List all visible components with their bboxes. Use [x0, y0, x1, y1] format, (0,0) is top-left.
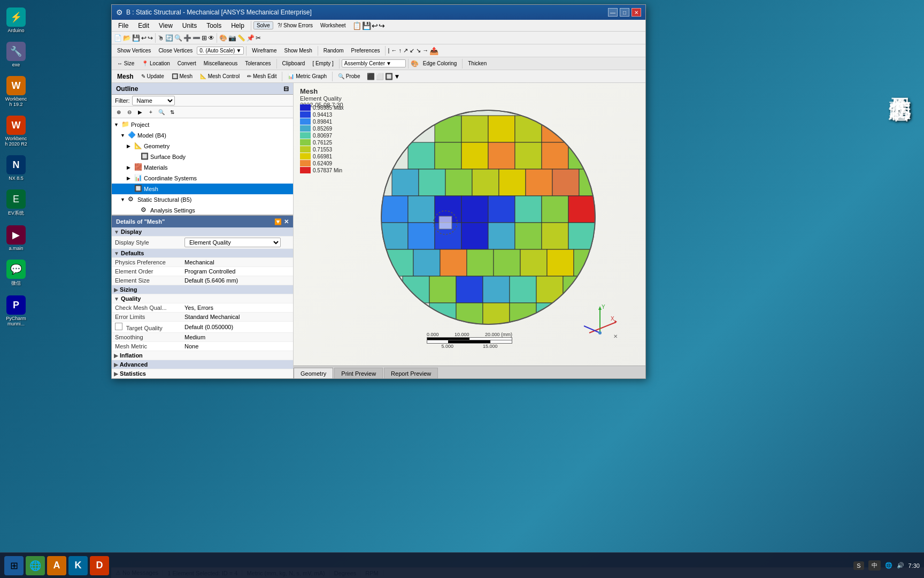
filter-dropdown[interactable]: Name — [132, 96, 175, 105]
toolbar-save-icon[interactable]: 💾 — [132, 34, 140, 42]
export-icon[interactable]: 📤 — [429, 47, 438, 55]
mesh-menu-button[interactable]: 🔲 Mesh — [168, 72, 196, 80]
edge-coloring-button[interactable]: Edge Coloring — [420, 59, 460, 67]
defaults-section-header[interactable]: ▼ Defaults — [112, 249, 293, 258]
desktop-icon-ev[interactable]: E EV系统 — [4, 187, 28, 219]
toolbar-redo-icon[interactable]: ↪ — [148, 34, 153, 42]
assembly-center-dropdown[interactable]: Assembly Center ▼ — [342, 59, 406, 67]
desktop-icon-wb2[interactable]: W Workbench 2020 R2 — [3, 113, 29, 149]
tree-item-static-struct[interactable]: ▼ ⚙ Static Structural (B5) — [112, 194, 293, 205]
display-section-header[interactable]: ▼ Display — [112, 227, 293, 237]
preferences-button[interactable]: Preferences — [348, 47, 383, 55]
toolbar-select-icon[interactable]: 🖱 — [158, 34, 164, 42]
network-icon[interactable]: 🌐 — [885, 562, 892, 569]
chinese-input-icon[interactable]: 中 — [868, 560, 881, 571]
update-button[interactable]: ✎ Update — [138, 72, 167, 80]
toolbar-zoomout-icon[interactable]: ➖ — [192, 34, 201, 42]
desktop-icon-nx[interactable]: N NX 8.5 — [4, 153, 28, 183]
menu-tools[interactable]: Tools — [202, 21, 226, 31]
start-button[interactable]: ⊞ — [4, 556, 24, 575]
toolbar-icon-2[interactable]: 💾 — [362, 21, 371, 30]
tree-item-materials[interactable]: ▶ 🧱 Materials — [112, 162, 293, 173]
tree-sort-btn[interactable]: ⇅ — [167, 108, 177, 117]
taskbar-dm-icon[interactable]: D — [90, 556, 109, 575]
clipboard-button[interactable]: Clipboard — [279, 59, 309, 67]
mesh-control-button[interactable]: 📐 Mesh Control — [197, 72, 243, 80]
mesh-icon-4[interactable]: ▼ — [394, 73, 401, 80]
wireframe-button[interactable]: Wireframe — [249, 47, 280, 55]
toolbar-zoomin-icon[interactable]: ➕ — [183, 34, 191, 42]
toolbar-rotate-icon[interactable]: 🔄 — [165, 34, 173, 42]
sizing-section-header[interactable]: ▶ Sizing — [112, 285, 293, 294]
taskbar-ansy-icon[interactable]: A — [47, 556, 66, 575]
geometry-tab[interactable]: Geometry — [294, 368, 333, 378]
tree-item-project[interactable]: ▼ 📁 Project — [112, 119, 293, 130]
tree-item-mesh[interactable]: 🔲 Mesh — [112, 184, 293, 194]
convert-button[interactable]: Convert — [174, 59, 199, 67]
menu-file[interactable]: File — [114, 21, 133, 31]
size-button[interactable]: ↔ Size — [114, 59, 137, 67]
tree-expand-btn[interactable]: ⊕ — [114, 108, 124, 117]
details-collapse-icon[interactable]: 🔽 — [274, 218, 282, 225]
tree-item-coord-systems[interactable]: ▶ 📊 Coordinate Systems — [112, 173, 293, 184]
toolbar-annotation-icon[interactable]: 📌 — [247, 34, 255, 42]
mesh-icon-2[interactable]: ⬜ — [376, 73, 384, 80]
toolbar-icon-3[interactable]: ↩ — [372, 21, 378, 30]
statistics-section-header[interactable]: ▶ Statistics — [112, 369, 293, 378]
maximize-button[interactable]: □ — [620, 8, 629, 17]
toolbar-camera-icon[interactable]: 📷 — [228, 34, 236, 42]
toolbar-fit-icon[interactable]: ⊞ — [202, 34, 207, 42]
show-vertices-button[interactable]: Show Vertices — [114, 47, 154, 55]
quality-section-header[interactable]: ▼ Quality — [112, 294, 293, 303]
tree-item-geometry[interactable]: ▶ 📐 Geometry — [112, 141, 293, 151]
worksheet-button[interactable]: Worksheet — [317, 21, 349, 29]
menu-units[interactable]: Units — [178, 21, 201, 31]
display-style-value[interactable]: Element Quality — [181, 237, 293, 249]
report-preview-tab[interactable]: Report Preview — [384, 368, 438, 378]
tree-filter-btn[interactable]: 🔍 — [157, 108, 166, 117]
desktop-icon-wb1[interactable]: W Workbench 19.2 — [3, 74, 29, 109]
display-style-dropdown[interactable]: Element Quality — [184, 238, 281, 247]
show-mesh-button[interactable]: Show Mesh — [281, 47, 315, 55]
thicken-button[interactable]: Thicken — [465, 59, 490, 67]
mesh-icon-1[interactable]: ⬛ — [367, 73, 375, 80]
miscellaneous-button[interactable]: Miscellaneous — [201, 59, 241, 67]
toolbar-icon-1[interactable]: 📋 — [352, 21, 361, 30]
viewport[interactable]: Mesh Element Quality 2022-05-08 7:30 0.9… — [294, 83, 645, 378]
tree-item-surface-body[interactable]: 🔲 Surface Body — [112, 151, 293, 162]
tree-nav-fwd-btn[interactable]: ▶ — [135, 108, 145, 117]
scale-dropdown[interactable]: 0. (Auto Scale) ▼ — [197, 47, 244, 55]
taskbar-k-icon[interactable]: K — [68, 556, 88, 575]
toolbar-open-icon[interactable]: 📂 — [123, 34, 131, 42]
close-vertices-button[interactable]: Close Vertices — [155, 47, 196, 55]
desktop-icon-main[interactable]: ▶ a.main — [4, 223, 28, 253]
tree-item-model[interactable]: ▼ 🔷 Model (B4) — [112, 130, 293, 141]
toolbar-view-icon[interactable]: 👁 — [208, 34, 214, 42]
desktop-icon-arduino[interactable]: ⚡ Arduino — [4, 5, 28, 35]
target-quality-checkbox[interactable] — [115, 323, 122, 330]
tolerances-button[interactable]: Tolerances — [242, 59, 274, 67]
axes-close-icon[interactable]: ✕ — [613, 333, 618, 339]
show-errors-button[interactable]: ?/ Show Errors — [274, 21, 316, 29]
probe-button[interactable]: 🔍 Probe — [335, 72, 363, 80]
toolbar-section-icon[interactable]: ✂ — [256, 34, 261, 42]
solve-button[interactable]: Solve — [253, 21, 273, 29]
random-button[interactable]: Random — [320, 47, 347, 55]
toolbar-new-icon[interactable]: 📄 — [114, 34, 122, 42]
input-method-icon[interactable]: S — [853, 561, 864, 570]
toolbar-zoom-icon[interactable]: 🔍 — [174, 34, 182, 42]
print-preview-tab[interactable]: Print Preview — [334, 368, 383, 378]
location-button[interactable]: 📍 Location — [138, 59, 173, 67]
toolbar-render-icon[interactable]: 🎨 — [219, 34, 227, 42]
desktop-icon-wechat[interactable]: 💬 微信 — [4, 257, 28, 289]
mesh-edit-button[interactable]: ✏ Mesh Edit — [244, 72, 280, 80]
menu-view[interactable]: View — [155, 21, 177, 31]
taskbar-chrome-icon[interactable]: 🌐 — [26, 556, 45, 575]
metric-graph-button[interactable]: 📊 Metric Graph — [284, 72, 330, 80]
desktop-icon-pycharm[interactable]: P PyCharm munni... — [3, 293, 29, 329]
menu-edit[interactable]: Edit — [134, 21, 153, 31]
inflation-section-header[interactable]: ▶ Inflation — [112, 351, 293, 360]
sound-icon[interactable]: 🔊 — [897, 562, 904, 569]
outline-collapse-icon[interactable]: ⊟ — [283, 85, 289, 93]
menu-help[interactable]: Help — [227, 21, 249, 31]
